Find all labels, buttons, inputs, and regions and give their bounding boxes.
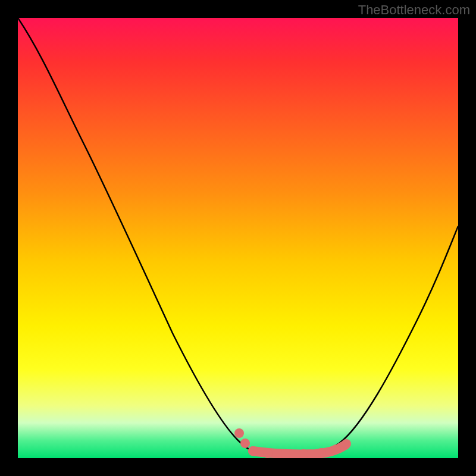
svg-point-0	[234, 428, 244, 438]
svg-point-7	[331, 444, 341, 454]
chart-svg	[18, 18, 458, 458]
highlight-markers	[234, 428, 351, 458]
watermark-text: TheBottleneck.com	[358, 2, 470, 18]
plot-area	[18, 18, 458, 458]
bottleneck-curve	[18, 18, 458, 453]
svg-point-6	[317, 448, 326, 458]
svg-point-8	[342, 439, 351, 449]
svg-point-1	[240, 439, 250, 448]
svg-point-3	[263, 449, 273, 458]
svg-point-2	[248, 446, 258, 456]
